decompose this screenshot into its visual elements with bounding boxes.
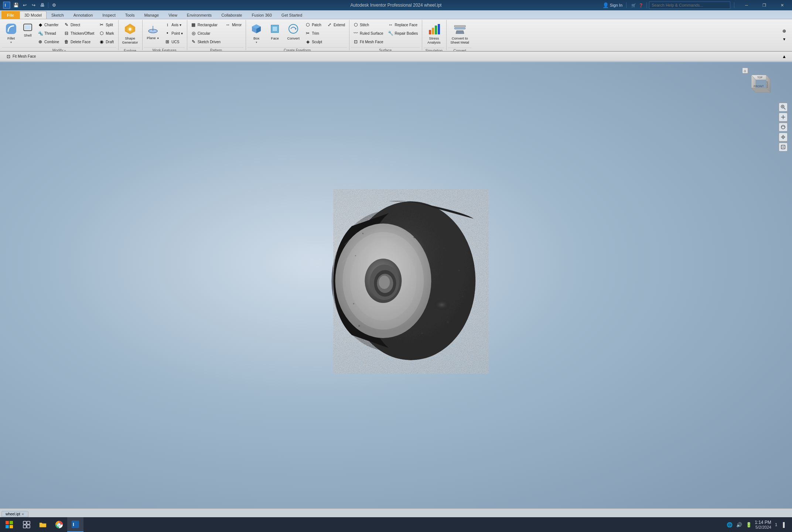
surface-col1: ⬡ Stitch 〰 Ruled Surface ⊡ Fit Mesh Face [351, 21, 385, 46]
cart-button[interactable]: 🛒 [630, 3, 637, 8]
trim-button[interactable]: ✂ Trim [303, 29, 324, 37]
box-dropdown[interactable]: ▼ [255, 41, 258, 44]
chamfer-button[interactable]: ◆ Chamfer [35, 21, 61, 29]
tab-tools[interactable]: Tools [120, 11, 140, 19]
show-desktop[interactable]: ▌ [781, 521, 788, 528]
tab-sketch[interactable]: Sketch [47, 11, 69, 19]
sub-btn-1[interactable]: ⊡ Fit Mesh Face [3, 52, 38, 61]
rectangular-button[interactable]: ▦ Rectangular [189, 21, 222, 29]
modify-col3: ✂ Split ⬡ Mark ◉ Draft [97, 21, 116, 46]
restore-button[interactable]: ❐ [756, 0, 773, 10]
qa-undo[interactable]: ↩ [21, 1, 29, 9]
sketch-driven-button[interactable]: ✎ Sketch Driven [189, 38, 222, 46]
direct-button[interactable]: ✎ Direct [62, 21, 96, 29]
mark-button[interactable]: ⬡ Mark [97, 29, 116, 37]
thread-button[interactable]: 🔩 Thread [35, 29, 61, 37]
look-button[interactable] [779, 133, 788, 141]
file-explorer-icon [38, 520, 47, 529]
file-tab-close[interactable]: ✕ [21, 512, 24, 516]
tab-file[interactable]: File [1, 11, 20, 19]
title-sep [626, 2, 627, 8]
shell-button[interactable]: Shell [21, 21, 35, 39]
app-icon: I [3, 1, 10, 9]
patch-button[interactable]: ⬡ Patch [303, 21, 324, 29]
repair-bodies-button[interactable]: 🔧 Repair Bodies [386, 29, 420, 37]
extend-button[interactable]: ⤢ Extend [325, 21, 347, 29]
shape-generator-button[interactable]: ShapeGenerator [120, 21, 140, 46]
combine-button[interactable]: ⊕ Combine [35, 38, 61, 46]
sculpt-button[interactable]: ◈ Sculpt [303, 38, 324, 46]
fillet-dropdown[interactable]: ▼ [10, 41, 13, 44]
direct-label: Direct [71, 23, 80, 27]
tab-annotation[interactable]: Annotation [69, 11, 98, 19]
ruled-surface-button[interactable]: 〰 Ruled Surface [351, 29, 385, 37]
mirror-button[interactable]: ↔ Mirror [223, 21, 243, 29]
stitch-button[interactable]: ⬡ Stitch [351, 21, 385, 29]
tab-getstarted[interactable]: Get Started [277, 11, 307, 19]
tray-network[interactable]: 🌐 [726, 521, 733, 528]
stress-analysis-button[interactable]: StressAnalysis [424, 21, 444, 46]
task-view-button[interactable] [18, 517, 35, 532]
file-tabs-bar: wheel.ipt ✕ [0, 508, 792, 517]
split-button[interactable]: ✂ Split [97, 21, 116, 29]
thicken-button[interactable]: ⊟ Thicken/Offset [62, 29, 96, 37]
draft-button[interactable]: ◉ Draft [97, 38, 116, 46]
tray-battery[interactable]: 🔋 [745, 521, 752, 528]
ribbon-settings-button[interactable]: ▾ [779, 35, 789, 43]
modify-expand[interactable]: ▾ [64, 49, 66, 52]
chrome-button[interactable] [51, 517, 67, 532]
svg-point-34 [379, 276, 390, 289]
tray-volume[interactable]: 🔊 [735, 521, 743, 528]
pan-button[interactable] [779, 113, 788, 122]
pattern-group-label: Pattern [189, 47, 243, 52]
tab-3dmodel[interactable]: 3D Model [20, 11, 47, 19]
convert-sheet-metal-button[interactable]: Convert toSheet Metal [448, 21, 471, 46]
title-bar-controls: 👤 Sign In 🛒 ❓ ─ ❐ ✕ [602, 0, 792, 10]
inventor-taskbar-button[interactable]: I [67, 517, 83, 532]
convert-freeform-button[interactable]: Convert [284, 21, 302, 42]
replace-face-button[interactable]: ↔ Replace Face [386, 21, 420, 29]
title-search-input[interactable] [649, 1, 730, 9]
tab-collaborate[interactable]: Collaborate [216, 11, 247, 19]
axis-button[interactable]: ↕ Axis ▾ [163, 21, 185, 29]
box-button[interactable]: Box ▼ [248, 21, 265, 45]
point-button[interactable]: • Point ▾ [163, 29, 185, 37]
zoom-all-button[interactable] [779, 143, 788, 151]
task-view-icon [22, 520, 31, 529]
ucs-button[interactable]: ⊞ UCS [163, 38, 185, 46]
fillet-button[interactable]: Fillet ▼ [2, 21, 20, 45]
qa-save[interactable]: 💾 [12, 1, 20, 9]
tab-fusion360[interactable]: Fusion 360 [247, 11, 276, 19]
sculpt-label: Sculpt [312, 40, 322, 44]
add-button[interactable]: ⊕ [779, 27, 789, 35]
viewport[interactable]: FRONT TOP RIGHT ⌂ [0, 62, 792, 508]
orbit-button[interactable] [779, 123, 788, 132]
file-tab-wheel[interactable]: wheel.ipt ✕ [1, 511, 28, 517]
plane-button[interactable]: Plane ▼ [144, 21, 162, 43]
circular-button[interactable]: ◎ Circular [189, 29, 222, 37]
view-cube[interactable]: FRONT TOP RIGHT ⌂ [744, 69, 774, 99]
modify-group: Fillet ▼ Shell ◆ Chamfer [1, 20, 119, 50]
fit-mesh-face-button[interactable]: ⊡ Fit Mesh Face [351, 38, 385, 46]
replace-face-icon: ↔ [388, 22, 393, 28]
deleteface-button[interactable]: 🗑 Delete Face [62, 38, 96, 46]
tab-inspect[interactable]: Inspect [98, 11, 120, 19]
close-button[interactable]: ✕ [774, 0, 791, 10]
help-button[interactable]: ❓ [638, 3, 644, 8]
minimize-button[interactable]: ─ [738, 0, 755, 10]
signin-button[interactable]: 👤 Sign In [602, 2, 622, 8]
qa-redo[interactable]: ↪ [30, 1, 38, 9]
home-button[interactable]: ⌂ [742, 68, 748, 74]
face-button[interactable]: Face [266, 21, 284, 42]
tab-manage[interactable]: Manage [139, 11, 164, 19]
system-clock[interactable]: 1:14 PM 5/2/2024 [755, 520, 771, 529]
ribbon-tabs: File 3D Model Sketch Annotation Inspect … [0, 10, 792, 19]
qa-settings[interactable]: ⚙ [50, 1, 58, 9]
collapse-ribbon-button[interactable]: ▲ [779, 52, 789, 61]
qa-print[interactable]: 🖶 [38, 1, 47, 9]
tab-environments[interactable]: Environments [182, 11, 216, 19]
zoom-button[interactable] [779, 103, 788, 112]
tab-view[interactable]: View [164, 11, 182, 19]
start-button[interactable] [0, 517, 18, 532]
file-explorer-button[interactable] [35, 517, 51, 532]
